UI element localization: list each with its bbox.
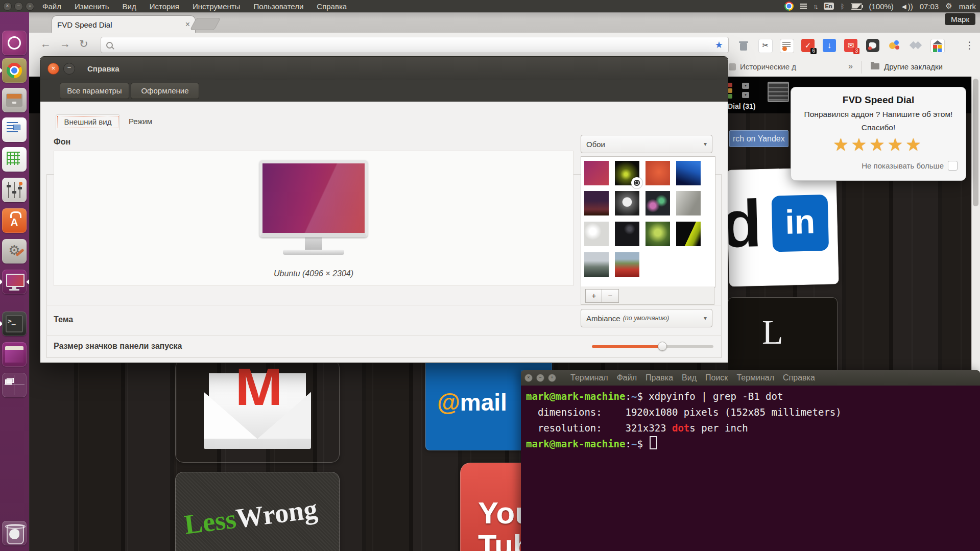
forward-icon[interactable]: → <box>60 38 70 50</box>
close-icon[interactable]: × <box>3 2 12 11</box>
dial-tile-linkedin[interactable]: d in <box>726 167 839 286</box>
bookmarks-overflow-chevron[interactable]: » <box>848 62 853 71</box>
session-gear-icon[interactable]: ⚙ <box>945 2 952 11</box>
extension-home-icon[interactable] <box>930 39 945 53</box>
remove-wallpaper-button[interactable]: − <box>602 289 619 303</box>
menu-view[interactable]: Вид <box>123 2 136 11</box>
wallpaper-thumb[interactable] <box>646 191 670 215</box>
wallpaper-thumb[interactable] <box>646 222 670 246</box>
extension-scissors-icon[interactable]: ✂ <box>758 39 773 53</box>
minimize-icon[interactable]: − <box>536 374 544 382</box>
close-icon[interactable]: × <box>524 374 533 382</box>
close-icon[interactable]: × <box>47 63 59 75</box>
menu-search[interactable]: Поиск <box>705 373 728 382</box>
maximize-icon[interactable]: ▫ <box>26 2 34 11</box>
terminal-titlebar[interactable]: × − + Терминал Файл Правка Вид Поиск Тер… <box>521 370 980 386</box>
bookmark-star-icon[interactable]: ★ <box>715 39 723 51</box>
launcher-item-calc[interactable] <box>2 147 27 172</box>
scrollbar-thumb[interactable] <box>973 79 978 206</box>
bookmark-historical[interactable]: Исторические д <box>740 62 796 71</box>
dial-tile-gmail[interactable]: M <box>175 360 340 463</box>
menu-edit[interactable]: Изменить <box>75 2 109 11</box>
maximize-icon[interactable]: + <box>548 374 556 382</box>
wallpaper-thumb[interactable] <box>584 191 609 215</box>
dial-count-label[interactable]: Dial (31) <box>728 102 755 110</box>
bookmark-other-folder[interactable]: Другие закладки <box>884 62 943 71</box>
bluetooth-icon[interactable]: ᛒ <box>841 3 845 10</box>
dial-green-icon[interactable] <box>728 94 732 99</box>
launcher-item-trash[interactable] <box>2 521 27 545</box>
theme-dropdown[interactable]: Ambiance (по умолчанию) ▾ <box>581 309 712 327</box>
wallpaper-thumb[interactable] <box>615 191 639 215</box>
wallpaper-thumb[interactable] <box>615 222 639 246</box>
tab-behavior[interactable]: Режим <box>121 114 160 130</box>
extension-trash-icon[interactable] <box>737 39 750 52</box>
appearance-button[interactable]: Оформление <box>131 83 199 99</box>
launcher-item-wallpaper-app[interactable] <box>2 342 27 367</box>
back-icon[interactable]: ← <box>40 38 51 50</box>
app-menu-icon[interactable] <box>800 4 807 9</box>
menu-users[interactable]: Пользователи <box>253 2 303 11</box>
launcher-item-displays[interactable] <box>2 270 27 294</box>
launcher-item-software[interactable]: A <box>2 208 27 233</box>
launcher-item-workspaces[interactable] <box>2 373 27 397</box>
reload-icon[interactable]: ↻ <box>79 38 88 50</box>
rating-stars[interactable]: ★★★★★ <box>791 134 966 155</box>
dial-dropdown-button[interactable]: ▾ <box>742 83 749 89</box>
tab-appearance[interactable]: Внешний вид <box>56 114 120 130</box>
session-username[interactable]: mark <box>959 2 976 11</box>
minimize-icon[interactable]: − <box>63 63 75 75</box>
extension-mail-icon[interactable]: ✉ 3 <box>844 39 857 52</box>
new-tab-button[interactable] <box>190 18 220 30</box>
extension-evernote-icon[interactable] <box>866 39 879 52</box>
dial-orange-icon[interactable] <box>728 88 732 93</box>
network-icon[interactable]: ↑↓ <box>814 3 817 10</box>
battery-icon[interactable] <box>851 3 862 10</box>
fvd-logo-icon[interactable] <box>768 82 789 102</box>
menu-file[interactable]: Файл <box>42 2 61 11</box>
dial-tile-lesswrong[interactable]: LessWrong <box>175 472 340 551</box>
all-settings-button[interactable]: Все параметры <box>60 83 129 99</box>
wallpaper-thumb[interactable] <box>584 222 609 246</box>
menu-help[interactable]: Справка <box>317 2 347 11</box>
wallpaper-thumb[interactable] <box>646 161 670 185</box>
wallpaper-thumb[interactable] <box>676 161 701 185</box>
browser-menu-icon[interactable]: ⋮ <box>965 39 974 51</box>
menu-tools[interactable]: Инструменты <box>193 2 241 11</box>
extension-paw-icon[interactable] <box>888 39 901 52</box>
slider-handle[interactable] <box>658 342 667 351</box>
menu-view[interactable]: Вид <box>682 373 697 382</box>
wallpaper-thumb[interactable] <box>676 222 701 246</box>
volume-icon[interactable]: ◄)) <box>900 2 913 11</box>
menu-terminal[interactable]: Терминал <box>736 373 774 382</box>
extension-todoist-icon[interactable]: ✓ 6 <box>801 39 815 52</box>
minimize-icon[interactable]: − <box>14 2 23 11</box>
wallpaper-thumb[interactable] <box>584 161 609 185</box>
tab-close-icon[interactable]: × <box>185 20 190 29</box>
launcher-item-settings[interactable]: ⚙ <box>2 239 27 263</box>
dismiss-checkbox[interactable] <box>948 161 958 171</box>
chrome-tray-icon[interactable] <box>784 2 794 11</box>
launcher-item-terminal[interactable]: >_ <box>2 312 27 336</box>
menu-file[interactable]: Файл <box>617 373 637 382</box>
extension-download-icon[interactable]: ↓ <box>823 39 836 52</box>
address-bar[interactable]: ★ <box>101 37 729 53</box>
extension-document-icon[interactable] <box>780 39 794 53</box>
keyboard-layout-indicator[interactable]: En <box>824 3 834 10</box>
menu-history[interactable]: История <box>150 2 179 11</box>
tab-fvd-speed-dial[interactable]: FVD Speed Dial × <box>52 16 195 33</box>
launcher-item-dash[interactable] <box>2 31 27 55</box>
extension-dropbox-icon[interactable] <box>909 39 922 52</box>
icon-size-slider[interactable] <box>592 342 713 351</box>
wallpaper-thumb[interactable] <box>615 252 639 277</box>
launcher-item-mixer[interactable] <box>2 178 27 202</box>
terminal-content[interactable]: mark@mark-machine:~$ xdpyinfo | grep -B1… <box>521 386 980 551</box>
wallpaper-thumb[interactable] <box>584 252 609 277</box>
wallpaper-thumb-selected[interactable] <box>615 161 639 185</box>
menu-edit[interactable]: Правка <box>646 373 673 382</box>
yandex-search-button[interactable]: rch on Yandex <box>729 130 788 147</box>
menu-help[interactable]: Справка <box>783 373 815 382</box>
dial-tile-l[interactable]: L <box>728 297 838 382</box>
launcher-item-writer[interactable] <box>2 117 27 142</box>
clock[interactable]: 07:03 <box>920 2 939 11</box>
